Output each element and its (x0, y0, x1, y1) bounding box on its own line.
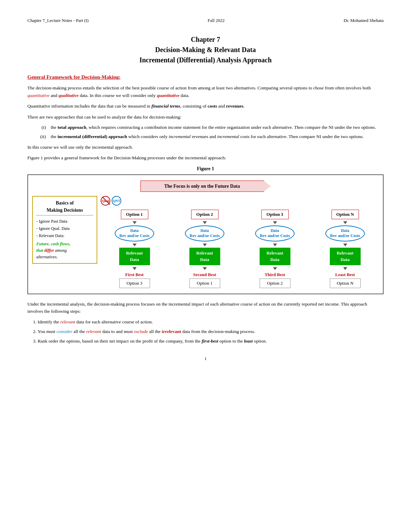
left-panel-list: - Ignore Past Data - Ignore Qual. Data -… (36, 218, 93, 239)
option-col-n: Option N Data Rev and/or Costs RelevantD… (311, 210, 379, 288)
para1-quantitative: quantitative (27, 93, 50, 98)
best-outer-1: First Best Option 3 (119, 271, 150, 288)
arrow-nb (343, 244, 347, 246)
best-option-2: Option 1 (189, 279, 220, 288)
figure-box: The Focus is only on the Future Data Bas… (27, 174, 384, 294)
best-option-1: Option 3 (119, 279, 150, 288)
arrow-1b (133, 244, 137, 246)
title-line2: Decision-Making & Relevant Data (27, 45, 384, 55)
page: Chapter 7_Lecture Notes - Part (I) Fall … (0, 0, 411, 532)
best-label-2: Second Best (189, 271, 220, 278)
steps-list: Identify the relevant data for each alte… (38, 319, 384, 345)
section1-para3: There are two approaches that can be use… (27, 113, 384, 121)
relevant-box-1: RelevantData (119, 248, 150, 265)
relevant-box-n: RelevantData (330, 248, 361, 265)
relevant-box-3: RelevantData (260, 248, 290, 265)
arrow-3b (273, 244, 277, 246)
step-2: You must consider all the relevant data … (38, 328, 384, 335)
title-line3: Incremental (Differential) Analysis Appr… (27, 55, 384, 65)
data-ellipse-n: Data Rev and/or Costs (325, 225, 365, 242)
roman-2: (ii) (38, 133, 46, 140)
best-option-3: Option 2 (260, 279, 290, 288)
data-ellipse-2: Data Rev and/or Costs (185, 225, 225, 242)
list-item-1: (i) the total approach, which requires c… (38, 124, 384, 131)
option-box-3: Option 3 (261, 210, 289, 219)
list-2-text: the incremental (differential) approach … (51, 133, 364, 140)
header-left: Chapter 7_Lecture Notes - Part (I) (27, 17, 89, 24)
chapter-title: Chapter 7 Decision-Making & Relevant Dat… (27, 34, 384, 65)
left-panel-title: Basics ofMaking Decisions (36, 199, 93, 215)
option-box-1: Option 1 (121, 210, 148, 219)
option-col-2: Option 2 Data Rev and/or Costs RelevantD… (171, 210, 238, 288)
arrow-2b (203, 244, 207, 246)
relevant-box-2: RelevantData (189, 248, 220, 265)
best-label-3: Third Best (260, 271, 290, 278)
page-header: Chapter 7_Lecture Notes - Part (I) Fall … (27, 17, 384, 24)
para1-qualitative: qualitative (59, 93, 79, 98)
figure-label: Figure 1 (27, 165, 384, 172)
para1-start: The decision-making process entails the … (27, 85, 371, 90)
arrow-3 (273, 221, 277, 224)
list-1-text: the total approach, which requires const… (51, 124, 376, 131)
section1-para1: The decision-making process entails the … (27, 84, 384, 99)
option-box-n: Option N (332, 210, 359, 219)
section1-para4: In this course we will use only the incr… (27, 144, 384, 151)
qual-badge: Qual (101, 196, 110, 206)
option-col-1: Option 1 Data Rev and/or Costs RelevantD… (101, 210, 168, 288)
data-ellipse-1: Data Rev and/or Costs (115, 225, 154, 242)
section2-para1: Under the incremental analysis, the deci… (27, 300, 384, 315)
qnt-badge: QNT (112, 196, 121, 206)
data-ellipse-3: Data Rev and/or Costs (255, 225, 295, 242)
step-1: Identify the relevant data for each alte… (38, 319, 384, 325)
arrow-n (343, 221, 347, 224)
best-outer-2: Second Best Option 1 (189, 271, 220, 288)
list-item-2: (ii) the incremental (differential) appr… (38, 133, 384, 140)
arrow-1 (133, 221, 137, 224)
option-columns: Option 1 Data Rev and/or Costs RelevantD… (101, 210, 379, 288)
roman-1: (i) (38, 124, 46, 131)
arrow-2 (203, 221, 207, 224)
left-panel: Basics ofMaking Decisions - Ignore Past … (32, 196, 97, 264)
section1-para5: Figure 1 provides a general framework fo… (27, 154, 384, 162)
header-center: Fall 2022 (208, 17, 224, 24)
option-box-2: Option 2 (191, 210, 219, 219)
focus-arrow-text: The Focus is only on the Future Data (140, 181, 271, 192)
left-panel-relevant: Future, cash flows,that differ amongalte… (36, 241, 93, 260)
best-label-n: Least Best (330, 271, 361, 278)
best-outer-n: Least Best Option N (330, 271, 361, 288)
step1-relevant: relevant (60, 319, 75, 324)
arrow-2c (203, 267, 207, 270)
arrow-1c (133, 267, 137, 270)
best-option-n: Option N (330, 279, 361, 288)
section1-para2: Quantitative information includes the da… (27, 102, 384, 110)
best-outer-3: Third Best Option 2 (260, 271, 290, 288)
step-3: Rank order the options, based on their n… (38, 338, 384, 345)
para2-end: , consisting of costs and revenues. (180, 103, 245, 109)
para1-quantitative2: quantitative (157, 93, 179, 98)
arrow-3c (273, 267, 277, 270)
lp-item-3: - Relevant Data: (36, 233, 93, 239)
focus-arrow-container: The Focus is only on the Future Data (32, 181, 379, 192)
option-col-3: Option 3 Data Rev and/or Costs RelevantD… (241, 210, 309, 288)
para1-end: data. In this course we will consider on… (78, 93, 157, 98)
options-area: Qual QNT Option 1 Data Re (101, 196, 379, 288)
para2-financial: financial terms (151, 103, 180, 109)
para1-mid: and (50, 93, 59, 98)
approach-list: (i) the total approach, which requires c… (38, 124, 384, 140)
options-header-row: Qual QNT (101, 196, 379, 206)
para1-end2: data. (179, 93, 189, 98)
header-right: Dr. Mohamed Shehata (344, 17, 384, 24)
title-line1: Chapter 7 (27, 34, 384, 45)
diagram-grid: Basics ofMaking Decisions - Ignore Past … (32, 196, 379, 288)
para2-start: Quantitative information includes the da… (27, 103, 151, 109)
best-label-1: First Best (119, 271, 150, 278)
lp-item-2: - Ignore Qual. Data (36, 225, 93, 232)
arrow-nc (343, 267, 347, 270)
section1-heading: General Framework for Decision-Making: (27, 73, 384, 81)
page-number: 1 (27, 355, 384, 362)
lp-item-1: - Ignore Past Data (36, 218, 93, 225)
